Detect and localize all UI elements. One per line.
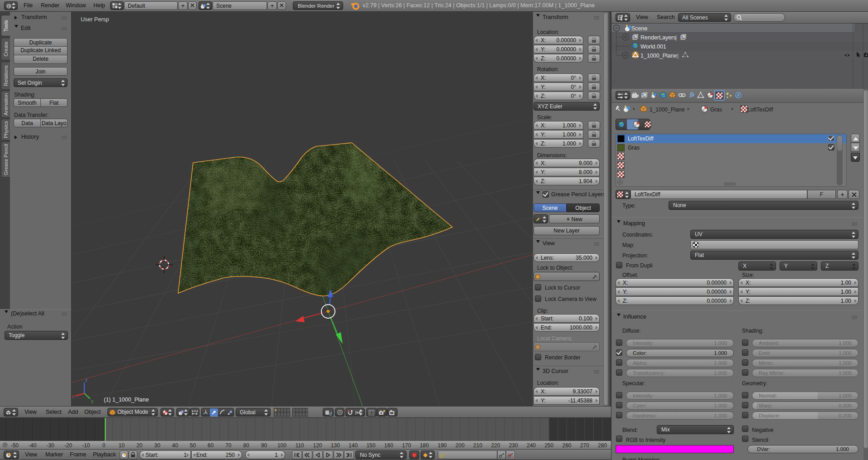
svg-text:World.001: World.001: [640, 44, 666, 50]
svg-text:z: z: [85, 378, 87, 383]
svg-text:140: 140: [349, 442, 358, 449]
svg-text:260: 260: [562, 442, 571, 449]
svg-text:210: 210: [473, 442, 482, 449]
svg-text:90: 90: [261, 442, 267, 449]
svg-text:50: 50: [190, 442, 196, 449]
svg-text:200: 200: [456, 442, 465, 449]
svg-text:220: 220: [491, 442, 500, 449]
svg-text:-20: -20: [64, 442, 73, 449]
svg-text:1_1000_Plane: 1_1000_Plane: [640, 53, 677, 59]
svg-text:(1) 1_1000_Plane: (1) 1_1000_Plane: [104, 397, 149, 403]
svg-text:-30: -30: [46, 442, 54, 449]
svg-text:250: 250: [544, 442, 553, 449]
svg-text:-40: -40: [29, 442, 37, 449]
svg-text:120: 120: [313, 442, 322, 449]
svg-text:80: 80: [243, 442, 250, 449]
svg-text:User Persp: User Persp: [81, 16, 109, 23]
svg-text:30: 30: [154, 442, 160, 449]
svg-text:270: 270: [580, 442, 589, 449]
svg-text:RenderLayers: RenderLayers: [640, 34, 676, 41]
svg-text:20: 20: [136, 442, 143, 449]
svg-text:x: x: [72, 394, 74, 399]
svg-text:|: |: [675, 34, 677, 41]
svg-text:y: y: [91, 399, 93, 404]
svg-text:i: i: [8, 4, 9, 9]
svg-text:150: 150: [366, 442, 375, 449]
svg-text:70: 70: [225, 442, 232, 449]
svg-text:280: 280: [598, 442, 607, 449]
svg-text:40: 40: [172, 442, 179, 449]
svg-text:240: 240: [527, 442, 536, 449]
svg-text:230: 230: [509, 442, 518, 449]
svg-text:60: 60: [208, 442, 214, 449]
svg-text:0: 0: [102, 442, 106, 449]
svg-text:10: 10: [119, 442, 125, 449]
svg-text:-50: -50: [11, 442, 19, 449]
svg-text:|: |: [677, 53, 679, 59]
svg-text:100: 100: [277, 442, 286, 449]
svg-text:130: 130: [331, 442, 340, 449]
svg-text:190: 190: [437, 442, 446, 449]
svg-text:🔗: 🔗: [329, 411, 332, 416]
svg-text:Scene: Scene: [631, 25, 647, 32]
svg-text:160: 160: [384, 442, 393, 449]
svg-text:-10: -10: [82, 442, 90, 449]
svg-text:180: 180: [420, 442, 429, 449]
svg-text:110: 110: [296, 442, 304, 449]
svg-text:170: 170: [402, 442, 411, 449]
